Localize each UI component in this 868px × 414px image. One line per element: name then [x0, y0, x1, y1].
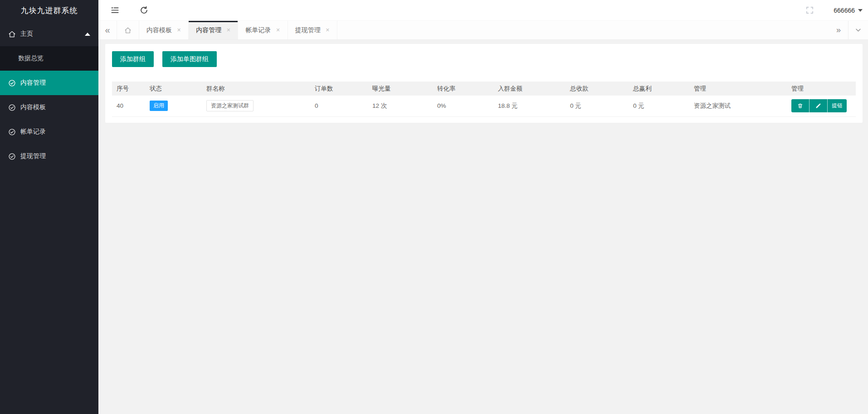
row-action-group: 提链: [791, 99, 847, 112]
edit-button[interactable]: [809, 99, 828, 112]
collapse-menu-icon[interactable]: [110, 5, 120, 15]
table-row: 40 启用 资源之家测试群 0 12 次 0% 18.8 元 0 元: [112, 96, 856, 116]
col-total-income: 总收款: [566, 82, 629, 96]
app-title: 九块九进群系统: [0, 0, 98, 22]
tab-content-manage[interactable]: 内容管理 ✕: [189, 21, 238, 39]
withdraw-chain-button[interactable]: 提链: [828, 99, 847, 112]
add-single-image-group-button[interactable]: 添加单图群组: [162, 51, 217, 67]
col-seq: 序号: [112, 82, 145, 96]
sidebar-item-label: 内容模板: [20, 103, 46, 111]
close-icon[interactable]: ✕: [177, 28, 181, 33]
tab-label: 提现管理: [295, 26, 321, 34]
cell-orders: 0: [310, 96, 368, 116]
caret-up-icon: [85, 33, 90, 36]
sidebar-item-data-overview[interactable]: 数据总览: [0, 46, 98, 71]
pencil-icon: [815, 103, 821, 109]
tabs-menu-icon[interactable]: [848, 21, 868, 39]
col-exposure: 曝光量: [368, 82, 433, 96]
tab-home[interactable]: [117, 21, 139, 39]
username: 666666: [834, 7, 855, 14]
col-total-profit: 总赢利: [629, 82, 689, 96]
refresh-icon[interactable]: [139, 5, 149, 15]
tab-label: 帐单记录: [245, 26, 271, 34]
delete-button[interactable]: [791, 99, 809, 112]
col-manager: 管理: [689, 82, 787, 96]
cell-manager: 资源之家测试: [689, 96, 787, 116]
sidebar-item-bill-records[interactable]: 帐单记录: [0, 120, 98, 144]
tabs-scroll-right-icon[interactable]: »: [829, 21, 848, 39]
sidebar: 九块九进群系统 主页 数据总览 内容管理 内容模板: [0, 0, 98, 414]
app-window: 九块九进群系统 主页 数据总览 内容管理 内容模板: [0, 0, 868, 414]
topbar: 666666: [98, 0, 868, 21]
sidebar-item-withdraw-manage[interactable]: 提现管理: [0, 144, 98, 168]
cell-total-income: 0 元: [566, 96, 629, 116]
sidebar-item-home[interactable]: 主页: [0, 22, 98, 46]
fullscreen-icon[interactable]: [805, 5, 814, 15]
col-status: 状态: [145, 82, 202, 96]
col-orders: 订单数: [310, 82, 368, 96]
check-badge-icon: [8, 79, 16, 87]
content-panel: 添加群组 添加单图群组 序号 状态 群名称 订单数 曝: [105, 44, 863, 123]
tab-label: 内容模板: [146, 26, 172, 34]
caret-down-icon: [858, 9, 863, 12]
cell-actions: 提链: [787, 96, 856, 116]
tab-content-template[interactable]: 内容模板 ✕: [139, 21, 189, 39]
check-badge-icon: [8, 153, 16, 160]
tab-label: 内容管理: [196, 26, 221, 34]
user-menu[interactable]: 666666: [834, 7, 863, 14]
col-group-name: 群名称: [202, 82, 310, 96]
home-icon: [124, 27, 132, 34]
sidebar-item-label: 内容管理: [20, 79, 46, 87]
cell-conversion: 0%: [433, 96, 493, 116]
check-badge-icon: [8, 128, 16, 136]
sidebar-item-label: 提现管理: [20, 152, 46, 160]
close-icon[interactable]: ✕: [276, 28, 280, 33]
cell-join-amount: 18.8 元: [493, 96, 566, 116]
col-join-amount: 入群金额: [493, 82, 566, 96]
close-icon[interactable]: ✕: [226, 28, 230, 33]
home-icon: [8, 30, 16, 38]
cell-seq: 40: [112, 96, 145, 116]
cell-status: 启用: [145, 96, 202, 116]
tab-bill-records[interactable]: 帐单记录 ✕: [238, 21, 288, 39]
tab-withdraw-manage[interactable]: 提现管理 ✕: [288, 21, 337, 39]
cell-group-name: 资源之家测试群: [202, 96, 310, 116]
cell-exposure: 12 次: [368, 96, 433, 116]
cell-total-profit: 0 元: [629, 96, 689, 116]
col-conversion: 转化率: [433, 82, 493, 96]
tabs-scroll-left-icon[interactable]: «: [98, 21, 117, 39]
sidebar-item-label: 主页: [20, 30, 33, 38]
tabbar: « 内容模板 ✕ 内容管理 ✕ 帐单记录 ✕ 提现管理 ✕ »: [98, 21, 868, 40]
sidebar-item-label: 帐单记录: [20, 128, 46, 136]
sidebar-item-label: 数据总览: [18, 54, 44, 63]
content-area: 添加群组 添加单图群组 序号 状态 群名称 订单数 曝: [98, 40, 868, 414]
table-header-row: 序号 状态 群名称 订单数 曝光量 转化率 入群金额 总收款 总赢利 管理 管理: [112, 82, 856, 96]
main-area: 666666 « 内容模板 ✕ 内容管理 ✕ 帐单记录 ✕ 提现管: [98, 0, 868, 414]
sidebar-item-content-manage[interactable]: 内容管理: [0, 71, 98, 95]
status-badge: 启用: [150, 101, 168, 111]
check-badge-icon: [8, 104, 16, 111]
close-icon[interactable]: ✕: [326, 28, 330, 33]
trash-icon: [797, 103, 803, 109]
col-actions: 管理: [787, 82, 856, 96]
groups-table: 序号 状态 群名称 订单数 曝光量 转化率 入群金额 总收款 总赢利 管理 管理: [112, 82, 856, 117]
group-name-tag: 资源之家测试群: [206, 100, 254, 111]
sidebar-item-content-template[interactable]: 内容模板: [0, 95, 98, 120]
add-group-button[interactable]: 添加群组: [112, 51, 154, 67]
